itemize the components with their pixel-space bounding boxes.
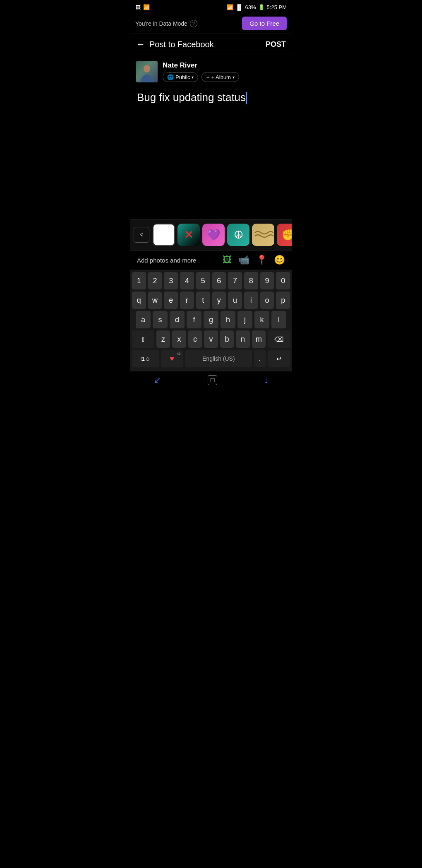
status-right: 📶 ▐▌ 63% 🔋 5:25 PM: [227, 4, 287, 10]
post-text-value: Bug fix updating status: [137, 91, 246, 104]
privacy-selector[interactable]: 🌐 Public ▾: [163, 72, 198, 82]
bg-option-teal-peace[interactable]: ☮: [227, 224, 249, 246]
key-g[interactable]: g: [204, 311, 218, 328]
key-j[interactable]: j: [237, 311, 252, 328]
key-r[interactable]: r: [180, 292, 194, 309]
heart-settings-key[interactable]: ♥ ⚙: [161, 350, 183, 367]
add-emoji-icon[interactable]: 😊: [274, 255, 285, 265]
heart-icon: 💜: [207, 229, 220, 241]
x-icon: ✕: [184, 229, 193, 241]
key-x[interactable]: x: [172, 330, 186, 348]
toolbar-icons: 🖼 📹 📍 😊: [223, 255, 285, 265]
key-q[interactable]: q: [132, 292, 146, 309]
bg-option-pink-heart[interactable]: 💜: [202, 224, 225, 246]
bg-back-button[interactable]: <: [134, 227, 149, 243]
privacy-label: Public: [175, 74, 190, 80]
key-a[interactable]: a: [136, 311, 151, 328]
post-text-content[interactable]: Bug fix updating status: [137, 91, 285, 105]
key-0[interactable]: 0: [276, 272, 290, 289]
delete-key[interactable]: ⌫: [268, 330, 290, 348]
key-h[interactable]: h: [221, 311, 235, 328]
key-t[interactable]: t: [196, 292, 210, 309]
key-c[interactable]: c: [188, 330, 202, 348]
plus-icon: +: [206, 74, 209, 80]
go-to-free-button[interactable]: Go to Free: [242, 17, 287, 30]
key-2[interactable]: 2: [148, 272, 162, 289]
key-9[interactable]: 9: [260, 272, 274, 289]
nav-home-icon[interactable]: □: [208, 375, 218, 385]
key-1[interactable]: 1: [132, 272, 146, 289]
toolbar: Add photos and more 🖼 📹 📍 😊: [130, 251, 292, 270]
keyboard-bottom-row: !1☺ ♥ ⚙ English (US) . ↵: [132, 350, 290, 367]
key-3[interactable]: 3: [164, 272, 178, 289]
key-y[interactable]: y: [212, 292, 226, 309]
signal-icon: ▐▌: [235, 4, 243, 10]
add-location-icon[interactable]: 📍: [256, 255, 267, 265]
settings-icon: ⚙: [177, 352, 181, 356]
heart-icon: ♥: [170, 354, 174, 363]
key-o[interactable]: o: [260, 292, 274, 309]
battery-icon: 🔋: [258, 4, 265, 10]
data-mode-banner: You're in Data Mode ? Go to Free: [130, 13, 292, 34]
wifi-icon: 📶: [143, 4, 150, 10]
svg-point-2: [144, 65, 150, 72]
add-video-icon[interactable]: 📹: [238, 255, 249, 265]
key-d[interactable]: d: [170, 311, 185, 328]
key-5[interactable]: 5: [196, 272, 210, 289]
image-icon: 🖼: [135, 4, 141, 10]
symbols-key[interactable]: !1☺: [132, 350, 159, 367]
keyboard-asdf-row: a s d f g h j k l: [132, 311, 290, 328]
key-u[interactable]: u: [228, 292, 242, 309]
key-n[interactable]: n: [236, 330, 250, 348]
enter-key[interactable]: ↵: [268, 350, 290, 367]
chevron-down-icon: ▾: [192, 75, 194, 80]
post-text-area[interactable]: Bug fix updating status: [130, 87, 292, 219]
key-v[interactable]: v: [204, 330, 218, 348]
add-photo-icon[interactable]: 🖼: [223, 255, 232, 265]
album-label: + Album: [211, 74, 231, 80]
key-6[interactable]: 6: [212, 272, 226, 289]
data-mode-left: You're in Data Mode ?: [135, 20, 197, 27]
back-button[interactable]: ←: [136, 39, 145, 50]
help-icon[interactable]: ?: [190, 20, 197, 27]
period-key[interactable]: .: [254, 350, 266, 367]
key-i[interactable]: i: [244, 292, 258, 309]
battery-percentage: 63%: [245, 4, 256, 10]
key-8[interactable]: 8: [244, 272, 258, 289]
bg-option-red-fist[interactable]: ✊: [277, 224, 292, 246]
wifi-status-icon: 📶: [227, 4, 233, 10]
toolbar-label: Add photos and more: [137, 257, 196, 264]
key-f[interactable]: f: [187, 311, 201, 328]
nav-back-icon[interactable]: ↙: [153, 375, 161, 386]
profile-controls: 🌐 Public ▾ + + Album ▾: [163, 72, 239, 82]
key-k[interactable]: k: [254, 311, 269, 328]
bg-option-white[interactable]: [153, 224, 175, 246]
top-nav-left: ← Post to Facebook: [136, 39, 214, 50]
post-button[interactable]: POST: [266, 40, 286, 49]
key-w[interactable]: w: [148, 292, 162, 309]
key-l[interactable]: l: [271, 311, 286, 328]
keyboard: 1 2 3 4 5 6 7 8 9 0 q w e r t y u i o p …: [130, 270, 292, 371]
key-e[interactable]: e: [164, 292, 178, 309]
peace-icon: ☮: [234, 229, 243, 241]
spacebar[interactable]: English (US): [185, 350, 252, 367]
keyboard-number-row: 1 2 3 4 5 6 7 8 9 0: [132, 272, 290, 289]
bg-option-teal-x[interactable]: ✕: [177, 224, 200, 246]
nav-recents-icon[interactable]: ↓: [264, 375, 269, 386]
profile-section: Nate River 🌐 Public ▾ + + Album ▾: [130, 55, 292, 87]
background-selector: < ✕ 💜 ☮ ✊: [130, 219, 292, 251]
bg-option-tan-waves[interactable]: [252, 224, 274, 246]
page-title: Post to Facebook: [149, 40, 214, 49]
key-m[interactable]: m: [252, 330, 266, 348]
key-4[interactable]: 4: [180, 272, 194, 289]
globe-icon: 🌐: [167, 74, 174, 80]
shift-key[interactable]: ⇧: [132, 330, 154, 348]
key-7[interactable]: 7: [228, 272, 242, 289]
key-z[interactable]: z: [156, 330, 170, 348]
album-selector[interactable]: + + Album ▾: [201, 72, 239, 82]
profile-name: Nate River: [163, 61, 239, 70]
keyboard-qwerty-row: q w e r t y u i o p: [132, 292, 290, 309]
key-s[interactable]: s: [153, 311, 168, 328]
key-p[interactable]: p: [276, 292, 290, 309]
key-b[interactable]: b: [220, 330, 234, 348]
